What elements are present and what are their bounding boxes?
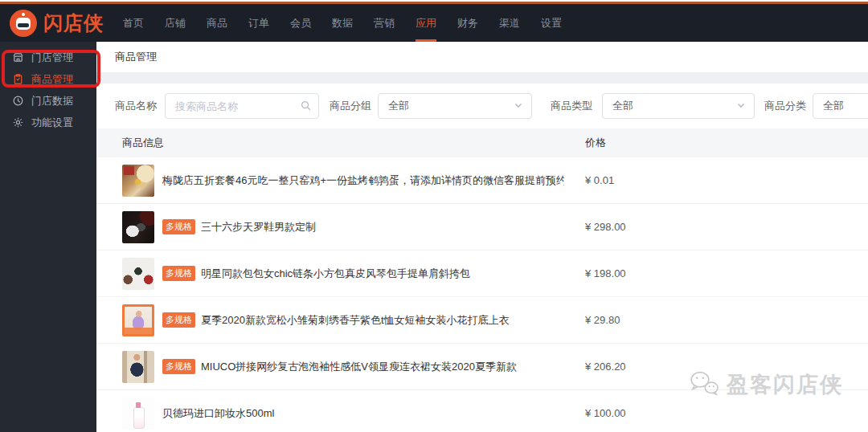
product-thumbnail	[122, 351, 154, 383]
table-row[interactable]: 多规格 三十六步天罗鞋男款定制 ¥ 298.00	[96, 204, 868, 251]
search-icon[interactable]	[300, 100, 312, 112]
product-price: ¥ 100.00	[585, 407, 626, 419]
product-thumbnail	[122, 165, 154, 197]
main-content: 商品管理 商品名称 商品分组 全部 商品类型 全部 商品分类	[96, 42, 868, 432]
sidebar-item-label: 门店数据	[31, 94, 73, 108]
product-category-value: 全部	[823, 99, 844, 113]
product-title-cell: 多规格 明星同款包包女chic链条小方包真皮风琴包手提单肩斜挎包	[162, 266, 470, 281]
product-panel: 商品名称 商品分组 全部 商品类型 全部 商品分类 全部	[96, 84, 868, 432]
data-icon	[12, 95, 24, 107]
product-title: 梅陇店五折套餐46元吃一整只窑鸡+一份盐烤鹌鹑蛋，请添加详情页的微信客服提前预约	[162, 173, 564, 188]
topnav-item-label: 设置	[541, 16, 562, 31]
sidebar-item[interactable]: 门店数据	[0, 90, 96, 112]
product-price: ¥ 29.80	[585, 314, 620, 326]
page-title: 商品管理	[115, 50, 157, 64]
topnav-item[interactable]: 会员	[280, 4, 321, 42]
product-thumbnail	[122, 258, 154, 290]
topnav-item-label: 渠道	[499, 16, 520, 31]
sidebar-item[interactable]: 门店管理	[0, 47, 96, 68]
sidebar-item-label: 门店管理	[31, 51, 73, 65]
table-row[interactable]: 贝德玛进口卸妆水500ml ¥ 100.00	[96, 390, 868, 432]
table-row[interactable]: 多规格 夏季2020新款宽松小雏菊刺绣香芋紫色t恤女短袖女装小花打底上衣 ¥ 2…	[96, 297, 868, 344]
topnav-item[interactable]: 营销	[363, 4, 405, 42]
sidebar-item-label: 商品管理	[31, 72, 73, 87]
app-logo[interactable]: 闪店侠	[10, 10, 98, 37]
topnav-item[interactable]: 财务	[447, 4, 489, 42]
product-title-cell: 多规格 MIUCO拼接网纱复古泡泡袖性感低V领显瘦连衣裙女装2020夏季新款	[162, 359, 517, 374]
table-row[interactable]: 梅陇店五折套餐46元吃一整只窑鸡+一份盐烤鹌鹑蛋，请添加详情页的微信客服提前预约…	[96, 157, 868, 204]
column-price: 价格	[585, 136, 606, 150]
product-title-cell: 多规格 三十六步天罗鞋男款定制	[162, 219, 316, 234]
product-category-label: 商品分类	[764, 99, 806, 113]
topnav-item-label: 会员	[290, 16, 311, 31]
product-name-search	[165, 93, 319, 119]
multi-spec-badge: 多规格	[162, 266, 195, 281]
product-category-select[interactable]: 全部	[813, 93, 868, 119]
product-title: MIUCO拼接网纱复古泡泡袖性感低V领显瘦连衣裙女装2020夏季新款	[201, 360, 517, 374]
product-price: ¥ 298.00	[585, 221, 626, 233]
topnav-item-label: 订单	[248, 16, 269, 31]
product-title-cell: 贝德玛进口卸妆水500ml	[162, 406, 274, 421]
topnav-item-label: 财务	[457, 16, 478, 31]
product-thumbnail	[122, 304, 154, 336]
topnav-item[interactable]: 商品	[196, 4, 238, 42]
multi-spec-badge: 多规格	[162, 312, 195, 328]
app-logo-text: 闪店侠	[43, 10, 104, 36]
chevron-down-icon	[736, 100, 746, 112]
topnav-item[interactable]: 店铺	[154, 4, 196, 42]
content-divider	[96, 72, 868, 84]
store-icon	[12, 51, 24, 63]
product-group-label: 商品分组	[330, 99, 371, 113]
table-row[interactable]: 多规格 MIUCO拼接网纱复古泡泡袖性感低V领显瘦连衣裙女装2020夏季新款 ¥…	[96, 344, 868, 390]
product-group-value: 全部	[388, 99, 409, 113]
topnav-item[interactable]: 首页	[113, 4, 154, 42]
goods-icon	[12, 73, 24, 85]
product-group-select[interactable]: 全部	[378, 93, 532, 119]
chevron-down-icon	[514, 100, 523, 112]
topnav-menu: 首页 店铺 商品 订单 会员 数据 营销 应用 财务 渠道 设置	[113, 4, 572, 42]
topnav-item-label: 店铺	[165, 16, 186, 31]
topnav-item-label: 营销	[374, 16, 395, 31]
topnav-item[interactable]: 应用	[405, 4, 447, 42]
product-title-cell: 多规格 夏季2020新款宽松小雏菊刺绣香芋紫色t恤女短袖女装小花打底上衣	[162, 312, 510, 328]
column-product-info: 商品信息	[96, 136, 164, 150]
product-title: 贝德玛进口卸妆水500ml	[162, 406, 274, 421]
search-input[interactable]	[165, 93, 319, 119]
product-type-label: 商品类型	[551, 99, 592, 113]
filter-bar: 商品名称 商品分组 全部 商品类型 全部 商品分类 全部	[96, 84, 868, 119]
product-title: 明星同款包包女chic链条小方包真皮风琴包手提单肩斜挎包	[201, 267, 470, 281]
breadcrumb: 商品管理	[96, 42, 868, 72]
topnav-item[interactable]: 数据	[321, 4, 363, 42]
sidebar-item[interactable]: 商品管理	[0, 68, 96, 90]
topnav-item-label: 商品	[207, 16, 227, 31]
sidebar-item[interactable]: 功能设置	[0, 112, 96, 133]
product-title: 三十六步天罗鞋男款定制	[201, 220, 316, 234]
product-price: ¥ 198.00	[585, 267, 626, 279]
product-price: ¥ 206.20	[585, 361, 626, 373]
table-header: 商品信息 价格	[96, 128, 868, 157]
robot-icon	[10, 10, 37, 37]
sidebar: 门店管理 商品管理 门店数据 功能设置	[0, 42, 96, 432]
product-type-value: 全部	[612, 99, 633, 113]
multi-spec-badge: 多规格	[162, 359, 195, 374]
product-title: 夏季2020新款宽松小雏菊刺绣香芋紫色t恤女短袖女装小花打底上衣	[201, 313, 510, 328]
sidebar-item-label: 功能设置	[31, 116, 73, 130]
topnav-item[interactable]: 订单	[238, 4, 280, 42]
product-name-label: 商品名称	[115, 99, 157, 113]
product-thumbnail	[122, 211, 154, 243]
topnav-item-label: 数据	[332, 16, 353, 31]
product-thumbnail	[122, 397, 154, 430]
topnav-item[interactable]: 设置	[530, 4, 572, 42]
topnav-item[interactable]: 渠道	[489, 4, 530, 42]
product-type-select[interactable]: 全部	[602, 93, 755, 119]
product-table-body: 梅陇店五折套餐46元吃一整只窑鸡+一份盐烤鹌鹑蛋，请添加详情页的微信客服提前预约…	[96, 157, 868, 432]
table-row[interactable]: 多规格 明星同款包包女chic链条小方包真皮风琴包手提单肩斜挎包 ¥ 198.0…	[96, 251, 868, 297]
settings-icon	[12, 116, 24, 128]
top-navigation-bar: 闪店侠 首页 店铺 商品 订单 会员 数据 营销 应用 财务 渠道	[0, 4, 868, 42]
topnav-item-label: 应用	[416, 16, 436, 31]
product-title-cell: 梅陇店五折套餐46元吃一整只窑鸡+一份盐烤鹌鹑蛋，请添加详情页的微信客服提前预约	[162, 173, 564, 188]
topnav-item-label: 首页	[123, 16, 144, 31]
multi-spec-badge: 多规格	[162, 219, 195, 234]
product-price: ¥ 0.01	[585, 174, 614, 186]
